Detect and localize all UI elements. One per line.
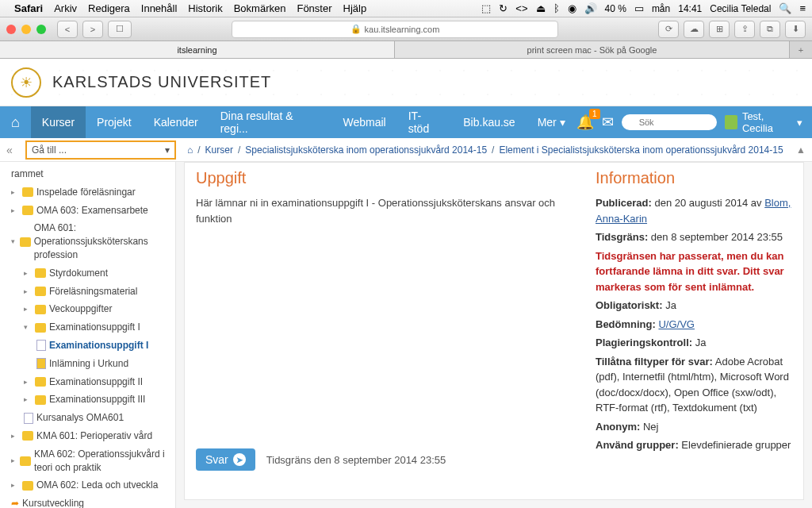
university-header: ☀ KARLSTADS UNIVERSITET (0, 59, 812, 106)
menu-bokmarken[interactable]: Bokmärken (234, 2, 286, 14)
info-obligatorisk: Obligatoriskt: Ja (596, 298, 792, 314)
downloads-button[interactable]: ⬇ (785, 21, 806, 38)
share-button[interactable]: ⇪ (734, 21, 755, 38)
forward-button[interactable]: > (82, 21, 103, 38)
lock-icon: 🔒 (350, 24, 362, 34)
uppgift-title: Uppgift (196, 169, 580, 187)
sidebar-toggle-button[interactable]: ☐ (108, 21, 132, 38)
main-nav: ⌂ Kurser Projekt Kalender Dina resultat … (0, 106, 812, 138)
home-button[interactable]: ⌂ (0, 106, 31, 138)
scroll-up-icon[interactable]: ▲ (796, 144, 806, 156)
info-filtyper: Tillåtna filtyper för svar: Adobe Acroba… (596, 354, 792, 416)
nav-resultat[interactable]: Dina resultat & regi... (209, 106, 332, 138)
tree-oma602[interactable]: ▸OMA 602: Leda och utveckla (0, 476, 175, 495)
tree-veckouppgifter[interactable]: ▸Veckouppgifter (0, 300, 175, 318)
grade-link[interactable]: U/G/VG (658, 318, 695, 330)
new-tab-button[interactable]: + (790, 41, 812, 58)
content-card: Uppgift Här lämnar ni in examinationsupp… (184, 162, 804, 500)
menu-hjalp[interactable]: Hjälp (343, 2, 367, 14)
tree-styrdokument[interactable]: ▸Styrdokument (0, 264, 175, 283)
nav-webmail[interactable]: Webmail (332, 106, 397, 138)
maximize-window-button[interactable] (36, 25, 46, 34)
nav-projekt[interactable]: Projekt (86, 106, 143, 138)
spotlight-icon[interactable]: 🔍 (779, 2, 791, 14)
tree-kma602[interactable]: ▸KMA 602: Operationssjukvård i teori och… (0, 445, 175, 477)
dropbox-icon[interactable]: ⬚ (481, 2, 491, 14)
tree-inspelade[interactable]: ▸Inspelade föreläsningar (0, 183, 175, 202)
eject-icon[interactable]: ⏏ (536, 2, 546, 14)
menubar-user[interactable]: Cecilia Teledal (710, 3, 771, 14)
notifications-button[interactable]: 🔔1 (576, 114, 594, 131)
crumb-kurser[interactable]: Kurser (205, 144, 233, 156)
tree-oma603[interactable]: ▸OMA 603: Examensarbete (0, 202, 175, 220)
battery-percent: 40 % (605, 3, 626, 14)
menu-fonster[interactable]: Fönster (297, 2, 331, 14)
battery-icon[interactable]: ▭ (634, 2, 644, 14)
browser-tab-2[interactable]: print screen mac - Sök på Google (395, 41, 790, 58)
nav-bib[interactable]: Bib.kau.se (452, 106, 526, 138)
user-menu[interactable]: Test, Cecilia ▾ (725, 110, 802, 134)
clock-time: 14:41 (678, 3, 702, 14)
close-window-button[interactable] (6, 25, 16, 34)
arrow-right-icon: ➤ (233, 453, 246, 466)
crumb-home[interactable]: ⌂ (187, 144, 193, 156)
nav-kurser[interactable]: Kurser (31, 106, 86, 138)
info-published: Publicerad: den 20 augusti 2014 av Blom,… (596, 195, 792, 226)
search-input[interactable] (622, 114, 717, 130)
crumb-element[interactable]: Element i Specialistsjuksköterska inom o… (499, 144, 783, 156)
tree-oma601[interactable]: ▾OMA 601: Operationssjuksköterskans prof… (0, 219, 175, 264)
volume-icon[interactable]: 🔊 (584, 2, 597, 14)
info-grupper: Använd grupper: Elevdefinierade grupper (596, 437, 792, 453)
university-logo: ☀ (11, 67, 41, 98)
deadline-text: Tidsgräns den 8 september 2014 23:55 (266, 454, 446, 466)
tree-kma601[interactable]: ▸KMA 601: Perioperativ vård (0, 427, 175, 445)
menu-redigera[interactable]: Redigera (88, 2, 130, 14)
nav-kalender[interactable]: Kalender (143, 106, 209, 138)
menu-arkiv[interactable]: Arkiv (54, 2, 77, 14)
tabs-button[interactable]: ⧉ (760, 21, 780, 38)
browser-tab-1[interactable]: itslearning (0, 41, 395, 58)
sync-icon[interactable]: ↻ (499, 2, 508, 14)
menu-app[interactable]: Safari (14, 2, 43, 14)
back-button[interactable]: < (57, 21, 78, 38)
code-icon[interactable]: <> (515, 2, 527, 14)
menu-historik[interactable]: Historik (188, 2, 222, 14)
tree-exam2[interactable]: ▸Examinationsuppgift II (0, 373, 175, 391)
info-bedomning: Bedömning: U/G/VG (596, 317, 792, 333)
course-tree: rammet ▸Inspelade föreläsningar ▸OMA 603… (0, 162, 176, 508)
nav-mer[interactable]: Mer ▾ (527, 106, 576, 138)
nav-itstod[interactable]: IT-stöd (397, 106, 453, 138)
address-bar[interactable]: 🔒 kau.itslearning.com (232, 21, 558, 38)
collapse-arrow-icon[interactable]: « (6, 144, 22, 156)
tree-rammet[interactable]: rammet (0, 165, 175, 183)
info-plagiering: Plagieringskontroll: Ja (596, 335, 792, 351)
top-sites-button[interactable]: ⊞ (709, 21, 730, 38)
mac-menubar: Safari Arkiv Redigera Innehåll Historik … (0, 0, 812, 17)
minimize-window-button[interactable] (21, 25, 31, 34)
tree-forelasning[interactable]: ▸Föreläsningsmaterial (0, 283, 175, 301)
icloud-tabs-button[interactable]: ☁ (684, 21, 704, 38)
university-name: KARLSTADS UNIVERSITET (52, 73, 271, 91)
chevron-down-icon: ▾ (165, 144, 170, 156)
mail-icon[interactable]: ✉ (602, 114, 614, 131)
tree-urkund[interactable]: Inlämning i Urkund (0, 355, 175, 373)
bluetooth-icon[interactable]: ᛒ (553, 2, 560, 14)
tree-exam3[interactable]: ▸Examinationsuppgift III (0, 391, 175, 409)
user-avatar-icon (725, 115, 737, 129)
svar-button[interactable]: Svar➤ (196, 448, 255, 471)
reload-button[interactable]: ⟳ (658, 21, 679, 38)
crumb-course[interactable]: Specialistsjuksköterska inom operationss… (245, 144, 487, 156)
tree-kursanalys[interactable]: Kursanalys OMA601 (0, 409, 175, 427)
menu-icon[interactable]: ≡ (799, 2, 806, 14)
info-warning: Tidsgränsen har passerat, men du kan for… (596, 248, 792, 295)
goto-dropdown[interactable]: Gå till ...▾ (25, 140, 176, 160)
breadcrumb: ⌂ / Kurser / Specialistsjuksköterska ino… (187, 144, 783, 156)
url-host: kau.itslearning.com (365, 25, 440, 34)
tree-kursutveckling[interactable]: ➦Kursutveckling (0, 495, 175, 508)
uppgift-body: Här lämnar ni in examinationsuppgift I -… (196, 195, 580, 226)
tab-bar: itslearning print screen mac - Sök på Go… (0, 41, 812, 59)
tree-exam1-item[interactable]: Examinationsuppgift I (0, 337, 175, 355)
tree-exam1-folder[interactable]: ▾Examinationsuppgift I (0, 318, 175, 337)
menu-innehall[interactable]: Innehåll (141, 2, 178, 14)
wifi-icon[interactable]: ◉ (568, 2, 576, 14)
